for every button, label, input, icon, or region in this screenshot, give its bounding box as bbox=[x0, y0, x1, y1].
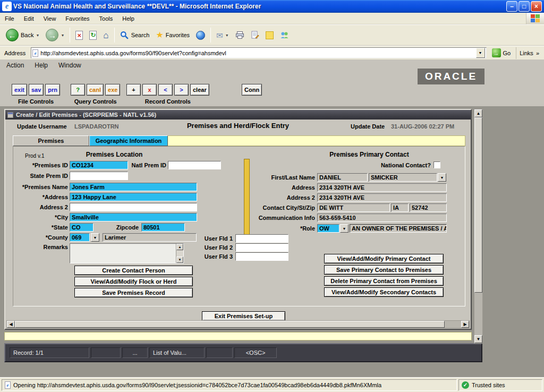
back-dropdown-icon[interactable]: ▼ bbox=[36, 33, 39, 37]
menu-tools[interactable]: Tools bbox=[95, 14, 118, 23]
edit-button[interactable] bbox=[248, 30, 262, 40]
ie-status-bar: e Opening http://ahsmdevtest.aphis.usda.… bbox=[0, 377, 544, 392]
scroll-right-icon[interactable]: ▶ bbox=[461, 321, 469, 328]
query-enter-button[interactable]: ? bbox=[71, 84, 85, 96]
notes-button[interactable] bbox=[263, 30, 276, 40]
menu-favorites[interactable]: Favorites bbox=[61, 14, 94, 23]
search-button[interactable]: Search bbox=[117, 30, 152, 41]
state-prem-id-field[interactable] bbox=[70, 172, 128, 180]
close-button[interactable]: × bbox=[531, 1, 542, 12]
print-forms-button[interactable]: prn bbox=[45, 84, 60, 96]
horizontal-scroll-thumb[interactable] bbox=[15, 321, 445, 328]
save-button[interactable]: sav bbox=[29, 84, 44, 96]
back-button[interactable]: ← Back ▼ bbox=[3, 28, 42, 42]
record-previous-button[interactable]: < bbox=[158, 84, 173, 96]
query-execute-button[interactable]: exe bbox=[105, 84, 120, 96]
scroll-up-icon[interactable]: ▲ bbox=[176, 244, 183, 250]
save-primary-contact-to-premises-button[interactable]: Save Primary Contact to Premises bbox=[324, 265, 444, 275]
address-input[interactable]: e http://ahsmdevtest.aphis.usda.gov/form… bbox=[31, 47, 486, 58]
vertical-scroll-thumb[interactable] bbox=[474, 117, 482, 293]
menu-file[interactable]: File bbox=[0, 14, 19, 23]
natl-prem-id-field[interactable] bbox=[168, 161, 221, 169]
record-add-button[interactable]: + bbox=[126, 84, 141, 96]
remarks-field[interactable]: ▲ ▼ bbox=[70, 243, 184, 263]
messenger-button[interactable] bbox=[277, 30, 292, 40]
premises-name-field[interactable]: Jones Farm bbox=[70, 183, 197, 191]
home-button[interactable]: ⌂ bbox=[100, 30, 111, 41]
remarks-scrollbar[interactable]: ▲ ▼ bbox=[176, 244, 183, 263]
print-button[interactable] bbox=[233, 30, 247, 40]
maximize-button[interactable]: □ bbox=[518, 1, 530, 12]
contact-zip-field[interactable]: 52742 bbox=[410, 203, 447, 212]
contact-address-field[interactable]: 2314 320TH AVE bbox=[317, 183, 447, 192]
last-name-field[interactable]: SMICKER bbox=[369, 173, 437, 182]
links-button[interactable]: Links » bbox=[516, 47, 542, 59]
conn-button[interactable]: Conn bbox=[242, 84, 262, 96]
tab-geographic-information[interactable]: Geographic Information bbox=[89, 135, 168, 146]
contact-city-field[interactable]: DE WITT bbox=[317, 203, 390, 212]
mail-dropdown-icon[interactable]: ▼ bbox=[225, 33, 229, 37]
stop-button[interactable]: × bbox=[73, 30, 86, 41]
communication-info-field[interactable]: 563-659-5410 bbox=[317, 214, 447, 222]
go-button[interactable]: → Go bbox=[489, 47, 514, 59]
scroll-down-icon[interactable]: ▼ bbox=[474, 335, 482, 343]
view-add-modify-primary-contact-button[interactable]: View/Add/Modify Primary Contact bbox=[324, 254, 444, 263]
scroll-up-icon[interactable]: ▲ bbox=[474, 109, 482, 117]
county-field[interactable]: 069 bbox=[70, 233, 90, 242]
query-cancel-button[interactable]: canl bbox=[87, 84, 104, 96]
national-contact-checkbox[interactable] bbox=[434, 161, 440, 168]
record-delete-button[interactable]: x bbox=[142, 84, 157, 96]
user-fld1-field[interactable] bbox=[235, 234, 288, 243]
forward-button[interactable]: → ▼ bbox=[43, 28, 67, 42]
forward-dropdown-icon[interactable]: ▼ bbox=[61, 33, 64, 37]
save-premises-record-button[interactable]: Save Premises Record bbox=[74, 288, 193, 297]
remarks-text[interactable] bbox=[70, 244, 176, 263]
premises-address2-field[interactable] bbox=[70, 203, 197, 211]
county-dropdown-icon[interactable]: ▼ bbox=[91, 233, 99, 242]
menu-view[interactable]: View bbox=[39, 14, 61, 23]
horizontal-scrollbar[interactable]: ◀ ▶ bbox=[6, 320, 470, 328]
role-dropdown-icon[interactable]: ▼ bbox=[340, 224, 348, 233]
scroll-left-icon[interactable]: ◀ bbox=[7, 321, 15, 328]
minimize-button[interactable]: – bbox=[506, 1, 517, 12]
horizontal-scroll-track[interactable] bbox=[445, 321, 461, 328]
user-fld2-field[interactable] bbox=[235, 243, 288, 252]
record-clear-button[interactable]: clear bbox=[190, 84, 209, 96]
create-contact-person-button[interactable]: Create Contact Person bbox=[74, 266, 193, 275]
tab-premises[interactable]: Premises bbox=[13, 135, 89, 146]
exit-premises-setup-button[interactable]: Exit Premises Set-up bbox=[202, 311, 285, 321]
delete-primary-contact-from-premises-button[interactable]: Delete Primary Contact from Premises bbox=[324, 276, 444, 286]
role-field[interactable]: OW bbox=[317, 224, 339, 233]
scroll-down-icon[interactable]: ▼ bbox=[176, 257, 183, 263]
user-fld1-label: User Fld 1 bbox=[189, 235, 233, 242]
favorites-button[interactable]: ★ Favorites bbox=[153, 30, 192, 40]
first-name-field[interactable]: DANIEL bbox=[317, 173, 368, 182]
premises-address-field[interactable]: 123 Happy Lane bbox=[70, 193, 197, 201]
list-of-values-cell: List of Valu... bbox=[149, 347, 205, 358]
mail-button[interactable]: ✉ ▼ bbox=[214, 30, 232, 40]
state-field[interactable]: CO bbox=[70, 223, 94, 232]
exit-button[interactable]: exit bbox=[12, 84, 27, 96]
forms-menu-window[interactable]: Window bbox=[58, 62, 81, 69]
security-zone-panel[interactable]: ✓ Trusted sites bbox=[458, 379, 542, 391]
browser-window: e VS National Animal Health and Surveill… bbox=[0, 0, 544, 392]
view-add-modify-secondary-contacts-button[interactable]: View/Add/Modify Secondary Contacts bbox=[324, 287, 444, 297]
vertical-scrollbar[interactable]: ▲ ▼ bbox=[474, 109, 483, 344]
contact-name-dropdown-icon[interactable]: ▼ bbox=[438, 173, 446, 182]
user-fld3-field[interactable] bbox=[235, 252, 288, 261]
media-button[interactable] bbox=[193, 30, 208, 41]
contact-state-field[interactable]: IA bbox=[391, 203, 409, 212]
zipcode-field[interactable]: 80501 bbox=[141, 223, 185, 232]
contact-address2-field[interactable]: 2314 320TH AVE bbox=[317, 193, 447, 202]
city-field[interactable]: Smallville bbox=[70, 213, 197, 221]
forms-menu-help[interactable]: Help bbox=[35, 62, 48, 69]
address-dropdown-icon[interactable]: ▼ bbox=[476, 48, 485, 58]
premises-window-titlebar[interactable]: Create / Edit Premises - (SCRPREMS - NAT… bbox=[5, 110, 471, 120]
record-next-button[interactable]: > bbox=[174, 84, 189, 96]
view-add-modify-flock-or-herd-button[interactable]: View/Add/Modify Flock or Herd bbox=[74, 277, 193, 286]
forms-menu-action[interactable]: Action bbox=[6, 62, 24, 69]
menu-help[interactable]: Help bbox=[117, 14, 139, 23]
vertical-scroll-track[interactable] bbox=[474, 293, 482, 335]
refresh-button[interactable]: ↻ bbox=[87, 30, 99, 41]
menu-edit[interactable]: Edit bbox=[19, 14, 39, 23]
